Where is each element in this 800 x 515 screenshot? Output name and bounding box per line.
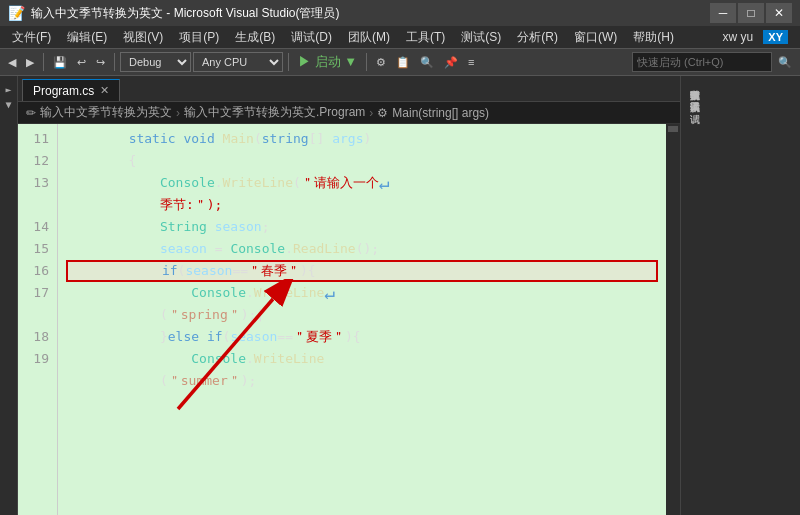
toolbar-icon-2[interactable]: 📋	[392, 51, 414, 73]
writeline-17: WriteLine	[254, 282, 324, 304]
toolbar-separator-4	[366, 53, 367, 71]
window-title: 输入中文季节转换为英文 - Microsoft Visual Studio(管理…	[31, 5, 710, 22]
breadcrumb-icon-2: ⚙	[377, 106, 388, 120]
menu-help[interactable]: 帮助(H)	[625, 27, 682, 48]
line-num-16: 16	[26, 260, 49, 282]
code-line-19: Console . WriteLine ( ＂summer＂ );	[66, 348, 658, 392]
type-string-14: String	[160, 216, 215, 238]
keyword-string: string	[262, 128, 309, 150]
menu-tools[interactable]: 工具(T)	[398, 27, 453, 48]
str-summer-en: ＂summer＂	[168, 370, 241, 392]
scroll-thumb[interactable]	[668, 126, 678, 132]
code-line-12: {	[66, 150, 658, 172]
str-summer: ＂夏季＂	[293, 326, 345, 348]
var-season-14: season	[215, 216, 262, 238]
toolbar-separator-2	[114, 53, 115, 71]
code-line-14: String season ;	[66, 216, 658, 238]
toolbar-icon-5[interactable]: ≡	[464, 51, 478, 73]
console-ref-15: Console	[230, 238, 285, 260]
breadcrumb: ✏ 输入中文季节转换为英文 › 输入中文季节转换为英文.Program › ⚙ …	[18, 102, 680, 124]
forward-button[interactable]: ▶	[22, 51, 38, 73]
code-line-11: static void Main ( string [] args )	[66, 128, 658, 150]
line-num-19: 19	[26, 348, 49, 392]
left-sidebar: ► ▼	[0, 76, 18, 515]
debug-mode-dropdown[interactable]: Debug Release	[120, 52, 191, 72]
method-main: Main	[223, 128, 254, 150]
quick-launch-input[interactable]	[632, 52, 772, 72]
var-season-18: season	[230, 326, 277, 348]
menu-test[interactable]: 测试(S)	[453, 27, 509, 48]
tab-bar: Program.cs ✕	[18, 76, 680, 102]
start-button[interactable]: ▶ 启动 ▼	[294, 51, 361, 73]
user-info: xw yu XY	[715, 30, 796, 44]
toolbar-icon-1[interactable]: ⚙	[372, 51, 390, 73]
breadcrumb-class[interactable]: 输入中文季节转换为英文.Program	[184, 104, 365, 121]
menu-team[interactable]: 团队(M)	[340, 27, 398, 48]
param-args: args	[332, 128, 363, 150]
console-ref-17: Console	[191, 282, 246, 304]
right-panel: 输入中文季节转换调试 输入错误调试工具 调试	[680, 76, 800, 515]
right-panel-item-1[interactable]: 输入中文季节转换调试	[683, 78, 705, 86]
tab-program-cs[interactable]: Program.cs ✕	[22, 79, 120, 101]
keyword-static: static	[129, 128, 184, 150]
code-editor[interactable]: 11 12 13 14 15 16 17 18 19 static void M…	[18, 124, 680, 515]
tab-close-icon[interactable]: ✕	[100, 84, 109, 97]
right-panel-item-2[interactable]: 输入错误调试工具	[683, 90, 705, 98]
menu-file[interactable]: 文件(F)	[4, 27, 59, 48]
code-line-13: Console . WriteLine ( ＂请输入一个 ↵ 季节:＂);	[66, 172, 658, 216]
main-area: ► ▼ Program.cs ✕ ✏ 输入中文季节转换为英文 › 输入中文季节转…	[0, 76, 800, 515]
code-content[interactable]: static void Main ( string [] args ) {	[58, 124, 666, 515]
console-ref-13: Console	[160, 172, 215, 194]
menu-view[interactable]: 视图(V)	[115, 27, 171, 48]
menu-project[interactable]: 项目(P)	[171, 27, 227, 48]
bookmark-17: ↵	[324, 282, 335, 304]
paren-close: )	[363, 128, 371, 150]
left-sidebar-label: ►	[3, 84, 14, 95]
str-spring: ＂春季＂	[248, 260, 300, 282]
str-13: ＂请输入一个	[301, 172, 379, 194]
menu-analyze[interactable]: 分析(R)	[509, 27, 566, 48]
menu-window[interactable]: 窗口(W)	[566, 27, 625, 48]
toolbar-icon-3[interactable]: 🔍	[416, 51, 438, 73]
window-controls: ─ □ ✕	[710, 3, 792, 23]
breadcrumb-method[interactable]: Main(string[] args)	[392, 106, 489, 120]
var-season-16: season	[185, 260, 232, 282]
menu-debug[interactable]: 调试(D)	[283, 27, 340, 48]
save-button[interactable]: 💾	[49, 51, 71, 73]
right-panel-item-3[interactable]: 调试	[683, 102, 705, 110]
toolbar-icon-4[interactable]: 📌	[440, 51, 462, 73]
str-spring-en: ＂spring＂	[168, 304, 241, 326]
breadcrumb-project[interactable]: 输入中文季节转换为英文	[40, 104, 172, 121]
breadcrumb-sep-1: ›	[176, 106, 180, 120]
line-num-18: 18	[26, 326, 49, 348]
close-button[interactable]: ✕	[766, 3, 792, 23]
line-num-13: 13	[26, 172, 49, 216]
code-line-16: if ( season == ＂春季＂ ){	[66, 260, 658, 282]
code-line-17: Console . WriteLine ↵ ( ＂spring＂ ); |	[66, 282, 658, 326]
line-numbers: 11 12 13 14 15 16 17 18 19	[18, 124, 58, 515]
line-num-12: 12	[26, 150, 49, 172]
code-scrollbar[interactable]	[666, 124, 680, 515]
writeline-13: WriteLine	[223, 172, 293, 194]
readline-15: ReadLine	[293, 238, 356, 260]
undo-button[interactable]: ↩	[73, 51, 90, 73]
keyword-if-18: if	[207, 326, 223, 348]
toolbar: ◀ ▶ 💾 ↩ ↪ Debug Release Any CPU x86 x64 …	[0, 48, 800, 76]
menu-build[interactable]: 生成(B)	[227, 27, 283, 48]
search-button[interactable]: 🔍	[774, 51, 796, 73]
menu-bar: 文件(F) 编辑(E) 视图(V) 项目(P) 生成(B) 调试(D) 团队(M…	[0, 26, 800, 48]
title-bar: 📝 输入中文季节转换为英文 - Microsoft Visual Studio(…	[0, 0, 800, 26]
menu-edit[interactable]: 编辑(E)	[59, 27, 115, 48]
redo-button[interactable]: ↪	[92, 51, 109, 73]
app-icon: 📝	[8, 5, 25, 21]
maximize-button[interactable]: □	[738, 3, 764, 23]
line-num-11: 11	[26, 128, 49, 150]
breadcrumb-sep-2: ›	[369, 106, 373, 120]
str-13b: 季节:＂);	[160, 194, 222, 216]
line-num-14: 14	[26, 216, 49, 238]
back-button[interactable]: ◀	[4, 51, 20, 73]
minimize-button[interactable]: ─	[710, 3, 736, 23]
username-label: xw yu	[723, 30, 754, 44]
editor-container: Program.cs ✕ ✏ 输入中文季节转换为英文 › 输入中文季节转换为英文…	[18, 76, 680, 515]
platform-dropdown[interactable]: Any CPU x86 x64	[193, 52, 283, 72]
